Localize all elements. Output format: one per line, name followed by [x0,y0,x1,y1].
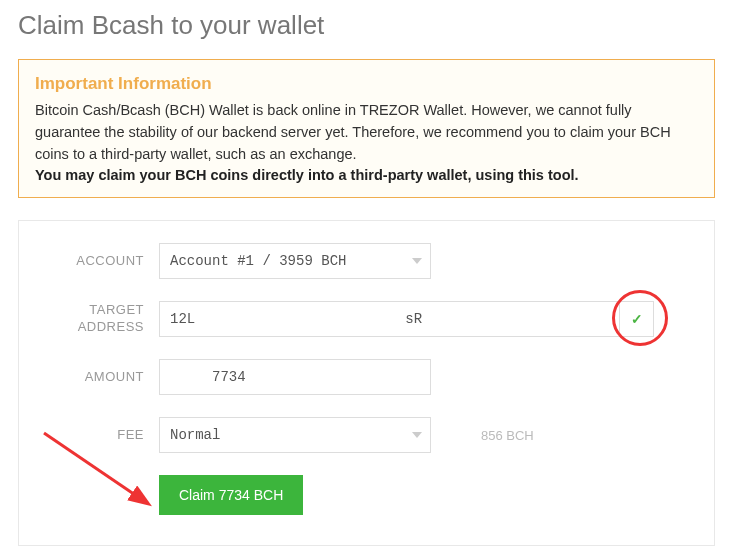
fee-value: Normal [170,427,220,443]
account-label: ACCOUNT [39,253,144,270]
address-valid-indicator: ✓ [620,301,654,337]
page-title: Claim Bcash to your wallet [18,10,715,41]
amount-label: AMOUNT [39,369,144,386]
fee-select[interactable]: Normal [159,417,431,453]
info-bold: You may claim your BCH coins directly in… [35,167,698,183]
claim-form: ACCOUNT Account #1 / 3959 BCH TARGET ADD… [18,220,715,546]
chevron-down-icon [412,432,422,438]
target-address-label: TARGET ADDRESS [39,302,144,336]
claim-button[interactable]: Claim 7734 BCH [159,475,303,515]
account-select[interactable]: Account #1 / 3959 BCH [159,243,431,279]
check-icon: ✓ [631,311,643,327]
fee-amount-text: 856 BCH [481,428,534,443]
target-address-input[interactable] [159,301,620,337]
chevron-down-icon [412,258,422,264]
account-value: Account #1 / 3959 BCH [170,253,346,269]
info-heading: Important Information [35,74,698,94]
important-info-box: Important Information Bitcoin Cash/Bcash… [18,59,715,198]
info-body: Bitcoin Cash/Bcash (BCH) Wallet is back … [35,100,698,165]
fee-label: FEE [39,427,144,444]
amount-input[interactable] [159,359,431,395]
